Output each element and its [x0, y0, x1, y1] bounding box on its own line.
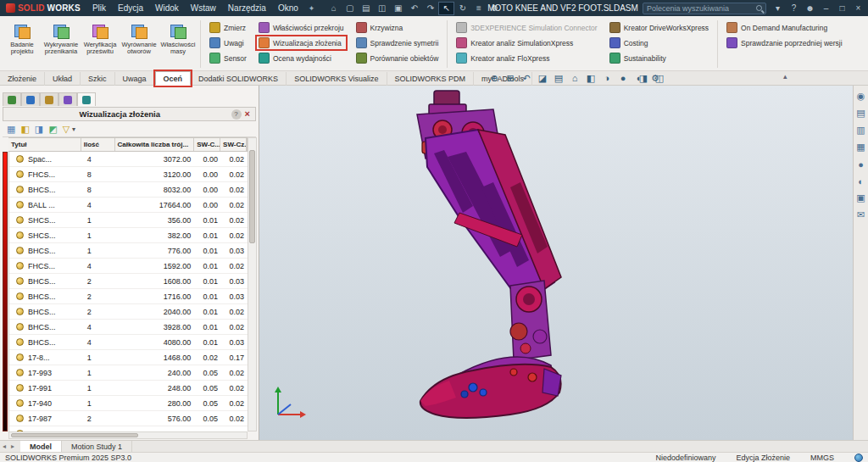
- tab-solidworks-pdm[interactable]: SOLIDWORKS PDM: [387, 72, 475, 86]
- filter-caret-icon[interactable]: ▾: [72, 125, 75, 133]
- vertical-scrollbar-thumb[interactable]: [249, 150, 255, 243]
- appearances-icon[interactable]: ●: [854, 158, 867, 170]
- maximize-icon[interactable]: □: [834, 2, 850, 15]
- ribbon-button-zmierz[interactable]: Zmierz: [208, 21, 248, 34]
- 3dexperience-icon[interactable]: ◉: [854, 90, 867, 103]
- pin-menu-icon[interactable]: ✦: [304, 4, 320, 13]
- ribbon-button-właściwości-przekroju[interactable]: Właściwości przekroju: [257, 21, 346, 34]
- table-row[interactable]: BHCS...44080.000.010.03: [9, 335, 248, 350]
- vertical-scrollbar[interactable]: [248, 137, 257, 431]
- column-header-1[interactable]: Tytuł: [8, 138, 81, 151]
- new-document-icon[interactable]: ▢: [342, 2, 358, 15]
- tab-scroll-left-icon[interactable]: ◂: [0, 443, 8, 450]
- ribbon-button-sprawdzanie-poprzedniej-wersji[interactable]: Sprawdzanie poprzedniej wersji: [725, 36, 844, 49]
- file-properties-icon[interactable]: ≡: [470, 2, 487, 15]
- table-row[interactable]: BHCS...43928.000.010.02: [9, 320, 248, 335]
- table-row[interactable]: Spac...43072.000.000.02: [9, 152, 248, 167]
- horizontal-scrollbar-thumb[interactable]: [11, 433, 138, 437]
- table-row[interactable]: 17-9401280.000.050.02: [9, 396, 248, 411]
- menu-widok[interactable]: Widok: [149, 1, 185, 15]
- print-icon[interactable]: ▣: [390, 2, 406, 15]
- select-icon[interactable]: ↖: [438, 2, 454, 15]
- view-orientation-icon[interactable]: ⌂: [569, 72, 581, 84]
- design-library-icon[interactable]: ▤: [854, 107, 867, 120]
- zoom-fit-icon[interactable]: ⊕: [488, 72, 500, 84]
- table-row[interactable]: 17-8...11468.000.020.17: [9, 350, 248, 365]
- menu-plik[interactable]: Plik: [86, 1, 112, 15]
- ribbon-button-uwagi[interactable]: Uwagi: [208, 36, 248, 49]
- menu-narzędzia[interactable]: Narzędzia: [222, 1, 272, 15]
- ribbon-button-sensor[interactable]: Sensor: [208, 52, 248, 64]
- table-row[interactable]: 17-9931240.000.050.02: [9, 365, 248, 381]
- view-palette-icon[interactable]: ▦: [854, 141, 867, 153]
- ribbon-button-costing[interactable]: Costing: [608, 36, 710, 49]
- rebuild-icon[interactable]: ↻: [454, 2, 470, 15]
- tab-układ[interactable]: Układ: [45, 72, 81, 86]
- open-icon[interactable]: ▤: [358, 2, 374, 15]
- menu-okno[interactable]: Okno: [272, 1, 304, 15]
- file-explorer-icon[interactable]: ▥: [854, 124, 867, 136]
- search-dropdown-icon[interactable]: ▾: [770, 2, 786, 15]
- messages-icon[interactable]: ✉: [854, 209, 867, 221]
- ribbon-button-badanie-projektu[interactable]: Badanie projektu: [3, 18, 42, 70]
- table-row[interactable]: BHCS...22040.000.010.02: [9, 304, 248, 320]
- close-icon[interactable]: ×: [850, 2, 866, 15]
- flat-nested-view-icon[interactable]: ◧: [20, 124, 29, 135]
- ribbon-button-kreator-driveworksxpress[interactable]: Kreator DriveWorksXpress: [608, 21, 710, 34]
- table-row[interactable]: BHCS...21608.000.010.03: [9, 274, 248, 289]
- ribbon-button-kreator-analiz-simulationxpress[interactable]: Kreator analiz SimulationXpress: [454, 36, 598, 49]
- column-options-icon[interactable]: ▦: [7, 124, 15, 135]
- tab-szkic[interactable]: Szkic: [81, 72, 115, 86]
- zoom-area-icon[interactable]: ⊞: [504, 72, 516, 84]
- custom-properties-icon[interactable]: ▣: [854, 192, 867, 204]
- table-row[interactable]: 17-9872576.000.050.02: [9, 411, 248, 426]
- grouped-view-icon[interactable]: ◩: [48, 124, 57, 135]
- column-header-5[interactable]: SW-Cz...: [220, 138, 247, 151]
- collapse-toolbar-icon[interactable]: ▴: [783, 72, 787, 81]
- save-icon[interactable]: ◫: [374, 2, 390, 15]
- table-row[interactable]: BALL ...417664.000.000.02: [9, 198, 248, 213]
- tab-oceń[interactable]: Oceń: [155, 71, 192, 86]
- horizontal-scrollbar[interactable]: [8, 431, 248, 439]
- hide-show-icon[interactable]: ◑: [601, 72, 613, 84]
- column-header-4[interactable]: SW-C...: [194, 138, 220, 151]
- user-icon[interactable]: ☻: [802, 2, 818, 15]
- model-3d[interactable]: [259, 86, 853, 440]
- ribbon-button-weryfikacja-prześwitu[interactable]: Weryfikacja prześwitu: [81, 18, 120, 70]
- tab-scroll-right-icon[interactable]: ▸: [8, 443, 17, 450]
- table-row[interactable]: BHCS...1776.000.010.03: [9, 243, 248, 259]
- panel-close-icon[interactable]: ×: [245, 109, 250, 119]
- table-row[interactable]: BHCS...21716.000.010.03: [9, 289, 248, 304]
- home-icon[interactable]: ⌂: [326, 2, 342, 15]
- graphics-area[interactable]: [259, 86, 853, 440]
- table-row[interactable]: FHCS...41592.000.010.02: [9, 259, 248, 274]
- ribbon-button-wykrywanie-przenikania[interactable]: Wykrywanie przenikania: [42, 18, 81, 70]
- value-bars-icon[interactable]: ◨: [35, 124, 43, 135]
- model-tab-motion-study-1[interactable]: Motion Study 1: [62, 441, 132, 453]
- status-units[interactable]: MMGS: [810, 454, 834, 462]
- redo-icon[interactable]: ↷: [422, 2, 438, 15]
- menu-wstaw[interactable]: Wstaw: [185, 1, 222, 15]
- ribbon-button-wyrównanie-otworów[interactable]: Wyrównanie otworów: [120, 18, 159, 70]
- ribbon-button-porównanie-obiektów[interactable]: Porównanie obiektów: [354, 52, 441, 64]
- filter-icon[interactable]: ▽: [63, 124, 70, 135]
- table-row[interactable]: BHCS...88032.000.000.02: [9, 182, 248, 198]
- tab-uwaga[interactable]: Uwaga: [115, 72, 155, 86]
- show-feature-tree-icon[interactable]: ◨: [637, 72, 649, 84]
- tab-solidworks-visualize[interactable]: SOLIDWORKS Visualize: [287, 72, 387, 86]
- dimxpert-manager-icon[interactable]: [58, 92, 77, 106]
- help-icon[interactable]: ?: [786, 2, 802, 15]
- section-view-icon[interactable]: ◪: [537, 72, 548, 84]
- split-view-icon[interactable]: ◫: [654, 72, 665, 84]
- annotations-icon[interactable]: ▤: [553, 72, 565, 84]
- ribbon-button-3dexperience-simulation-connector[interactable]: 3DEXPERIENCE Simulation Connector: [454, 21, 598, 34]
- edit-appearance-icon[interactable]: ●: [617, 72, 629, 84]
- feature-manager-icon[interactable]: [3, 92, 21, 106]
- ribbon-button-sprawdzenie-symetrii[interactable]: Sprawdzenie symetrii: [354, 36, 441, 49]
- configuration-manager-icon[interactable]: [40, 92, 58, 106]
- undo-icon[interactable]: ↶: [406, 2, 422, 15]
- ribbon-button-wizualizacja-złożenia[interactable]: Wizualizacja złożenia: [257, 36, 346, 49]
- tab-dodatki-solidworks[interactable]: Dodatki SOLIDWORKS: [191, 72, 287, 86]
- property-manager-icon[interactable]: [21, 92, 40, 106]
- panel-help-icon[interactable]: ?: [231, 109, 242, 120]
